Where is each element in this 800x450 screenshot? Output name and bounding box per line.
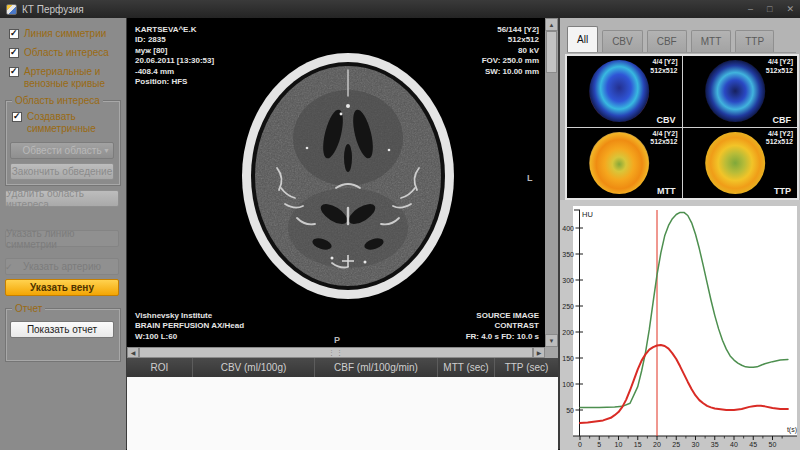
svg-text:300: 300 <box>562 277 574 284</box>
chevron-down-icon: ▼ <box>103 147 110 154</box>
svg-text:20: 20 <box>653 441 661 448</box>
tab-all[interactable]: All <box>567 26 598 52</box>
cbf-map-image <box>705 60 765 122</box>
ttp-map-image <box>705 132 765 194</box>
report-groupbox-title: Отчет <box>12 303 45 314</box>
show-report-button[interactable]: Показать отчет <box>10 321 114 338</box>
svg-text:100: 100 <box>562 381 574 388</box>
minimize-button[interactable]: – <box>748 4 753 14</box>
svg-text:50: 50 <box>566 407 574 414</box>
svg-text:HU: HU <box>582 210 593 219</box>
mtt-map-image <box>589 132 649 194</box>
perfusion-panel: All CBV CBF MTT TTP 4/4 [Y2]512x512 CBV … <box>560 18 800 450</box>
set-artery-button[interactable]: ✓ Указать артерию <box>5 258 119 275</box>
sidebar: Линия симметрии Область интереса Артериа… <box>0 18 126 450</box>
tab-mtt[interactable]: MTT <box>691 30 732 52</box>
institute-overlay: Vishnevsky InstituteBRAIN PERFUSION AX/H… <box>135 311 244 342</box>
perfusion-map-grid: 4/4 [Y2]512x512 CBV 4/4 [Y2]512x512 CBF … <box>565 54 799 200</box>
mtt-map-cell[interactable]: 4/4 [Y2]512x512 MTT <box>567 128 682 199</box>
svg-text:400: 400 <box>562 225 574 232</box>
svg-text:10: 10 <box>615 441 623 448</box>
scrollbar-corner <box>545 347 558 358</box>
svg-text:50: 50 <box>769 441 777 448</box>
svg-text:25: 25 <box>672 441 680 448</box>
svg-text:40: 40 <box>730 441 738 448</box>
svg-text:35: 35 <box>711 441 719 448</box>
horizontal-scrollbar[interactable]: ◀ ⋮⋮ ▶ <box>127 347 545 358</box>
scroll-up-icon[interactable]: ▲ <box>545 18 558 31</box>
roi-table-body <box>127 377 558 450</box>
column-roi[interactable]: ROI <box>127 358 193 377</box>
svg-text:30: 30 <box>692 441 700 448</box>
close-button[interactable]: ✕ <box>786 4 794 14</box>
app-icon <box>6 4 17 15</box>
report-groupbox: Отчет Показать отчет <box>5 308 121 362</box>
cbv-map-label: CBV <box>656 115 675 125</box>
checkbox-icon <box>12 112 22 122</box>
column-ttp[interactable]: TTP (sec) <box>495 358 558 377</box>
series-info-overlay: 56/144 [Y2]512x51280 kVFOV: 250.0 mmSW: … <box>482 25 539 77</box>
svg-text:t(s): t(s) <box>787 426 797 434</box>
vertical-scroll-thumb[interactable] <box>546 31 557 73</box>
scroll-down-icon[interactable]: ▼ <box>545 334 558 347</box>
acquisition-overlay: SOURCE IMAGECONTRASTFR: 4.0 s FD: 10.0 s <box>466 311 539 342</box>
scroll-left-icon[interactable]: ◀ <box>127 347 139 358</box>
svg-text:350: 350 <box>562 251 574 258</box>
ttp-map-label: TTP <box>774 186 791 196</box>
maximize-button[interactable]: □ <box>767 4 772 14</box>
column-cbf[interactable]: CBF (ml/100g/min) <box>315 358 438 377</box>
column-mtt[interactable]: MTT (sec) <box>438 358 495 377</box>
roi-groupbox-title: Область интереса <box>12 95 103 106</box>
svg-text:200: 200 <box>562 329 574 336</box>
time-density-chart[interactable]: HUt(s)5010015020025030035040005101520253… <box>560 200 800 450</box>
mtt-map-label: MTT <box>657 186 676 196</box>
set-symmetry-line-button[interactable]: Указать линию симметрии <box>5 230 119 247</box>
horizontal-scroll-thumb[interactable]: ⋮⋮ <box>139 347 533 358</box>
set-vein-button[interactable]: Указать вену <box>5 279 119 296</box>
svg-text:5: 5 <box>597 441 601 448</box>
title-bar: КТ Перфузия – □ ✕ <box>0 0 800 18</box>
patient-info-overlay: KARTSEVA^E.KID: 2835муж [80]20.06.2011 [… <box>135 25 214 87</box>
tab-ttp[interactable]: TTP <box>735 30 774 52</box>
time-density-chart-svg: HUt(s)5010015020025030035040005101520253… <box>560 200 800 450</box>
checkbox-icon <box>9 67 19 77</box>
window-title: КТ Перфузия <box>22 4 84 15</box>
delete-roi-button[interactable]: Удалить область интереса <box>5 190 119 207</box>
svg-text:15: 15 <box>634 441 642 448</box>
svg-text:0: 0 <box>578 441 582 448</box>
checkbox-create-symmetric[interactable]: Создавать симметричные <box>12 111 124 134</box>
tab-cbv[interactable]: CBV <box>602 30 643 52</box>
checkbox-roi[interactable]: Область интереса <box>9 47 121 59</box>
roi-table: ROI CBV (ml/100g) CBF (ml/100g/min) MTT … <box>127 358 558 450</box>
vertical-scrollbar[interactable]: ▲ ▼ <box>545 18 558 347</box>
roi-table-header: ROI CBV (ml/100g) CBF (ml/100g/min) MTT … <box>127 358 558 377</box>
column-cbv[interactable]: CBV (ml/100g) <box>193 358 315 377</box>
scroll-right-icon[interactable]: ▶ <box>533 347 545 358</box>
checkbox-icon <box>9 48 19 58</box>
checkbox-arterial-venous-curves[interactable]: Артериальные и венозные кривые <box>9 66 121 89</box>
tab-cbf[interactable]: CBF <box>647 30 687 52</box>
orientation-posterior-label: P <box>334 335 340 345</box>
app-window: КТ Перфузия – □ ✕ Линия симметрии Област… <box>0 0 800 450</box>
finish-outline-button[interactable]: Закончить обведение <box>10 163 114 180</box>
cbv-map-cell[interactable]: 4/4 [Y2]512x512 CBV <box>567 56 682 127</box>
svg-text:250: 250 <box>562 303 574 310</box>
ct-image-viewer[interactable]: KARTSEVA^E.KID: 2835муж [80]20.06.2011 [… <box>127 18 558 358</box>
map-tabs: All CBV CBF MTT TTP <box>567 26 796 53</box>
cbf-map-cell[interactable]: 4/4 [Y2]512x512 CBF <box>683 56 798 127</box>
orientation-left-label: L <box>527 173 533 183</box>
cbv-map-image <box>589 60 649 122</box>
svg-text:45: 45 <box>749 441 757 448</box>
outline-roi-button[interactable]: Обвести область ▼ <box>10 142 114 159</box>
checkbox-icon <box>9 29 19 39</box>
roi-groupbox: Область интереса Создавать симметричные … <box>5 100 121 186</box>
svg-text:150: 150 <box>562 355 574 362</box>
check-icon: ✓ <box>5 262 13 272</box>
cbf-map-label: CBF <box>773 115 792 125</box>
checkbox-symmetry-line[interactable]: Линия симметрии <box>9 28 121 40</box>
ttp-map-cell[interactable]: 4/4 [Y2]512x512 TTP <box>683 128 798 199</box>
